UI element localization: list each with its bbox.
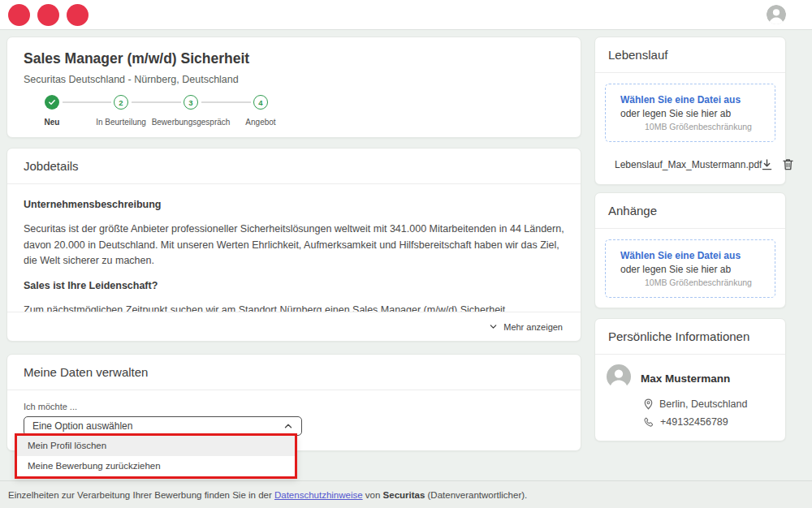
choose-file-link[interactable]: Wählen Sie eine Datei aus [620, 94, 768, 105]
personal-info-title: Persönliche Informationen [595, 319, 785, 355]
step-angebot: 4 [253, 95, 268, 110]
securitas-logo [8, 4, 89, 26]
delete-file-button[interactable] [783, 158, 793, 170]
uploaded-cv-row: Lebenslauf_Max_Mustermann.pdf [595, 152, 785, 184]
drop-file-hint: oder legen Sie sie hier ab [620, 108, 768, 119]
size-limit-text: 10MB Größenbeschränkung [645, 278, 768, 287]
logo-dot-icon [67, 4, 89, 26]
phone-icon [644, 417, 654, 427]
anhaenge-title: Anhänge [595, 193, 785, 229]
footer-company-name: Securitas [383, 490, 425, 500]
lebenslauf-title: Lebenslauf [595, 37, 785, 73]
datenschutzhinweise-link[interactable]: Datenschutzhinweise [274, 490, 363, 500]
stepper-connector [201, 101, 251, 103]
chevron-down-icon [489, 322, 498, 331]
page-title: Sales Manager (m/w/d) Sicherheit [24, 50, 564, 67]
dropdown-menu-annotated: Mein Profil löschen Meine Bewerbung zurü… [15, 433, 297, 479]
main-column: Sales Manager (m/w/d) Sicherheit Securit… [6, 37, 581, 451]
personal-info-card: Persönliche Informationen Max Mustermann… [594, 318, 786, 441]
job-header-card: Sales Manager (m/w/d) Sicherheit Securit… [6, 37, 581, 138]
lebenslauf-card: Lebenslauf Wählen Sie eine Datei aus ode… [594, 37, 786, 185]
manage-section-title: Meine Daten verwalten [7, 355, 581, 390]
applicant-location: Berlin, Deutschland [659, 398, 747, 410]
application-status-stepper: 2 3 4 Neu In Beurteilung Bewerbungsgespr… [24, 95, 564, 129]
logo-dot-icon [37, 4, 59, 26]
download-icon [762, 159, 772, 170]
job-intro-text: Zum nächstmöglichen Zeitpunkt suchen wir… [24, 303, 564, 312]
step-in-beurteilung: 2 [114, 95, 128, 110]
applicant-avatar-icon [607, 364, 631, 392]
location-pin-icon [644, 398, 653, 410]
step-label: In Beurteilung [96, 118, 146, 127]
anhaenge-card: Anhänge Wählen Sie eine Datei aus oder l… [594, 192, 786, 308]
cv-file-name: Lebenslauf_Max_Mustermann.pdf [615, 159, 762, 170]
company-description-text: Securitas ist der größte Anbieter profes… [24, 222, 564, 269]
privacy-footer: Einzelheiten zur Verarbeitung Ihrer Bewe… [0, 480, 812, 508]
jobdetails-card: Jobdetails Unternehmensbeschreibung Secu… [6, 148, 581, 342]
step-bewerbungsgespraech: 3 [184, 95, 198, 110]
dropdown-option-delete-profile[interactable]: Mein Profil löschen [17, 436, 295, 456]
footer-text-prefix: Einzelheiten zur Verarbeitung Ihrer Bewe… [8, 490, 274, 500]
step-label: Angebot [245, 118, 275, 127]
manage-data-card: Meine Daten verwalten Ich möchte ... Ein… [6, 354, 581, 451]
user-avatar-icon[interactable] [767, 5, 786, 24]
ich-moechte-label: Ich möchte ... [24, 402, 564, 411]
choose-file-link[interactable]: Wählen Sie eine Datei aus [620, 250, 768, 261]
drop-file-hint: oder legen Sie sie hier ab [620, 264, 768, 275]
applicant-phone-row: +49132456789 [644, 416, 774, 428]
logo-dot-icon [8, 4, 30, 26]
footer-text-middle: von [363, 490, 383, 500]
trash-icon [783, 158, 793, 170]
step-label: Neu [45, 118, 60, 127]
applicant-name: Max Mustermann [641, 372, 730, 385]
size-limit-text: 10MB Größenbeschränkung [645, 122, 768, 131]
top-bar [0, 0, 812, 30]
sidebar: Lebenslauf Wählen Sie eine Datei aus ode… [594, 37, 786, 451]
dropdown-option-withdraw-application[interactable]: Meine Bewerbung zurückziehen [17, 456, 295, 476]
applicant-location-row: Berlin, Deutschland [644, 398, 774, 410]
show-more-button[interactable]: Mehr anzeigen [7, 312, 581, 341]
step-label: Bewerbungsgespräch [152, 118, 231, 127]
company-description-heading: Unternehmensbeschreibung [24, 197, 564, 213]
select-value: Eine Option auswählen [32, 420, 132, 432]
stepper-connector [63, 101, 111, 103]
job-company-location: Securitas Deutschland - Nürnberg, Deutsc… [24, 74, 564, 85]
page-content: Sales Manager (m/w/d) Sicherheit Securit… [0, 30, 812, 451]
show-more-label: Mehr anzeigen [503, 322, 563, 332]
attachment-dropzone[interactable]: Wählen Sie eine Datei aus oder legen Sie… [605, 239, 775, 298]
jobdetails-body: Unternehmensbeschreibung Securitas ist d… [7, 184, 581, 312]
stepper-connector [132, 101, 181, 103]
jobdetails-section-title: Jobdetails [7, 149, 581, 184]
footer-text-suffix: (Datenverantwortlicher). [425, 490, 527, 500]
download-file-button[interactable] [762, 159, 772, 170]
check-icon [48, 98, 56, 106]
personal-info-body: Max Mustermann Berlin, Deutschland +4913… [595, 355, 785, 441]
sales-passion-heading: Sales ist Ihre Leidenschaft? [24, 278, 564, 294]
cv-file-dropzone[interactable]: Wählen Sie eine Datei aus oder legen Sie… [605, 84, 775, 142]
step-neu-complete [45, 95, 59, 110]
applicant-phone: +49132456789 [660, 416, 728, 428]
chevron-up-icon [283, 421, 293, 431]
